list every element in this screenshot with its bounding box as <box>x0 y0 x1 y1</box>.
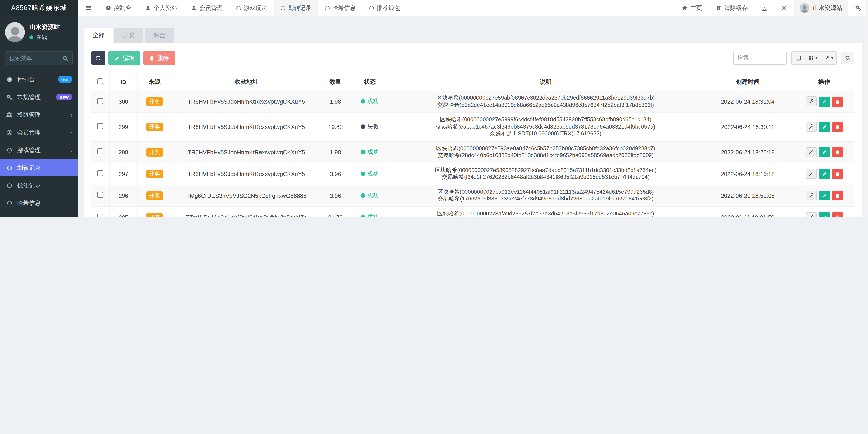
magic-wand-icon <box>809 124 814 129</box>
sidebar-item-label: 划转记录 <box>17 164 41 172</box>
sidebar-item-bet-records[interactable]: 投注记录 <box>0 176 78 194</box>
search-button[interactable] <box>841 52 855 64</box>
row-edit-button[interactable] <box>819 212 830 217</box>
row-checkbox[interactable] <box>97 148 103 154</box>
trash-icon <box>835 124 840 129</box>
sidebar-user-panel: 山水资源站 在线 <box>0 16 78 47</box>
detail-button[interactable] <box>806 122 817 132</box>
cell-created: 2022-06-24 18:30:11 <box>702 112 794 141</box>
pencil-icon <box>822 124 827 129</box>
cell-amount: 1.98 <box>321 91 350 112</box>
status-dot-icon <box>361 99 365 104</box>
delete-button[interactable]: 删除 <box>143 51 175 65</box>
trash-icon <box>835 150 840 155</box>
circle-icon <box>369 6 374 10</box>
fullscreen-button[interactable] <box>774 0 794 16</box>
sidebar: 山水资源站 在线 控制台hot 常规管理new 权限管理‹ 会员管理‹ 游戏管理… <box>0 16 78 217</box>
sidebar-search <box>5 51 73 65</box>
user-menu[interactable]: 山水资源站 <box>794 0 848 16</box>
gears-icon <box>855 5 861 11</box>
detail-button[interactable] <box>806 147 817 157</box>
row-edit-button[interactable] <box>819 191 830 201</box>
language-button[interactable] <box>754 0 774 16</box>
table-row: 300 开奖 TR6HVFbHv5SJdoHnmKtRexsvptwgCKXuY… <box>91 91 855 112</box>
sidebar-item-general[interactable]: 常规管理new <box>0 88 78 106</box>
sidebar-item-text-content[interactable]: 文本内容 <box>0 212 78 217</box>
row-delete-button[interactable] <box>832 169 843 179</box>
row-checkbox[interactable] <box>97 170 103 176</box>
sidebar-item-dashboard[interactable]: 控制台hot <box>0 70 78 88</box>
trash-icon <box>835 215 840 217</box>
row-delete-button[interactable] <box>832 97 843 107</box>
row-delete-button[interactable] <box>832 212 843 217</box>
detail-button[interactable] <box>806 97 817 107</box>
nav-item-label: 个人资料 <box>154 4 177 12</box>
cell-actions <box>794 91 855 112</box>
home-button[interactable]: 主页 <box>675 0 709 16</box>
scrollbar[interactable] <box>865 0 868 217</box>
sidebar-item-label: 投注记录 <box>17 181 41 190</box>
username-label: 山水资源站 <box>813 4 842 12</box>
cell-created: 2022-06-24 18:31:04 <box>702 91 794 112</box>
cell-address: TR6HVFbHv5SJdoHnmKtRexsvptwgCKXuY5 <box>172 112 321 141</box>
search-icon[interactable] <box>62 55 68 61</box>
dashboard-icon <box>105 5 111 11</box>
row-checkbox[interactable] <box>97 213 103 217</box>
select-all-checkbox[interactable] <box>97 78 103 84</box>
sidebar-toggle-button[interactable] <box>78 0 98 16</box>
nav-item-members[interactable]: 会员管理 <box>184 0 230 16</box>
pencil-icon <box>822 193 827 198</box>
cell-address: TTmWRtUAcS41mYDviKW4pDyfNwJn5noNZc <box>172 206 321 217</box>
nav-item-transfer-records[interactable]: 划转记录 <box>274 0 318 16</box>
nav-item-profile[interactable]: 个人资料 <box>138 0 184 16</box>
tab-all[interactable]: 全部 <box>84 28 113 42</box>
nav-item-label: 游戏玩法 <box>244 4 267 12</box>
row-edit-button[interactable] <box>819 169 830 179</box>
record-tabs: 全部 开奖 佣金 <box>84 28 862 42</box>
row-edit-button[interactable] <box>819 97 830 107</box>
nav-item-hash-info[interactable]: 哈希信息 <box>318 0 363 16</box>
detail-button[interactable] <box>806 212 817 217</box>
row-delete-button[interactable] <box>832 191 843 201</box>
sidebar-item-games[interactable]: 游戏管理‹ <box>0 141 78 159</box>
detail-button[interactable] <box>806 169 817 179</box>
tab-commission[interactable]: 佣金 <box>145 28 174 42</box>
edit-button[interactable]: 编辑 <box>108 51 140 65</box>
cell-created: 2022-06-11 19:21:50 <box>702 206 794 217</box>
columns-button[interactable] <box>805 52 821 64</box>
user-circle-icon <box>5 129 13 136</box>
nav-item-referral-wallet[interactable]: 推荐钱包 <box>363 0 407 16</box>
export-button[interactable] <box>821 52 836 64</box>
row-delete-button[interactable] <box>832 122 843 132</box>
sidebar-item-transfer-records[interactable]: 划转记录 <box>0 159 78 176</box>
sidebar-search-input[interactable] <box>9 55 62 61</box>
sidebar-item-label: 哈希信息 <box>17 199 41 207</box>
row-checkbox[interactable] <box>97 192 103 198</box>
status-badge: 失败 <box>361 123 379 130</box>
table-row: 295 开奖 TTmWRtUAcS41mYDviKW4pDyfNwJn5noNZ… <box>91 206 855 217</box>
table-search-input[interactable] <box>733 51 786 64</box>
refresh-button[interactable] <box>91 51 105 65</box>
detail-button[interactable] <box>806 191 817 201</box>
tab-lottery[interactable]: 开奖 <box>114 28 143 42</box>
nav-item-dashboard[interactable]: 控制台 <box>98 0 138 16</box>
row-edit-button[interactable] <box>819 147 830 157</box>
chevron-down-icon <box>831 57 834 59</box>
status-badge: 成功 <box>361 148 379 155</box>
sidebar-item-permissions[interactable]: 权限管理‹ <box>0 106 78 123</box>
toggle-view-button[interactable] <box>792 52 805 64</box>
sidebar-item-members[interactable]: 会员管理‹ <box>0 123 78 141</box>
trash-icon <box>149 55 155 61</box>
row-edit-button[interactable] <box>819 122 830 132</box>
pencil-icon <box>114 55 120 61</box>
sidebar-username: 山水资源站 <box>29 23 60 31</box>
clear-cache-button[interactable]: 清除缓存 <box>709 0 754 16</box>
row-delete-button[interactable] <box>832 147 843 157</box>
cell-created: 2022-06-24 18:25:18 <box>702 141 794 163</box>
sidebar-item-hash-info[interactable]: 哈希信息 <box>0 194 78 212</box>
row-checkbox[interactable] <box>97 98 103 104</box>
nav-item-gameplay[interactable]: 游戏玩法 <box>230 0 274 16</box>
pencil-icon <box>822 172 827 176</box>
row-checkbox[interactable] <box>97 123 103 129</box>
chevron-left-icon: ‹ <box>70 112 72 118</box>
